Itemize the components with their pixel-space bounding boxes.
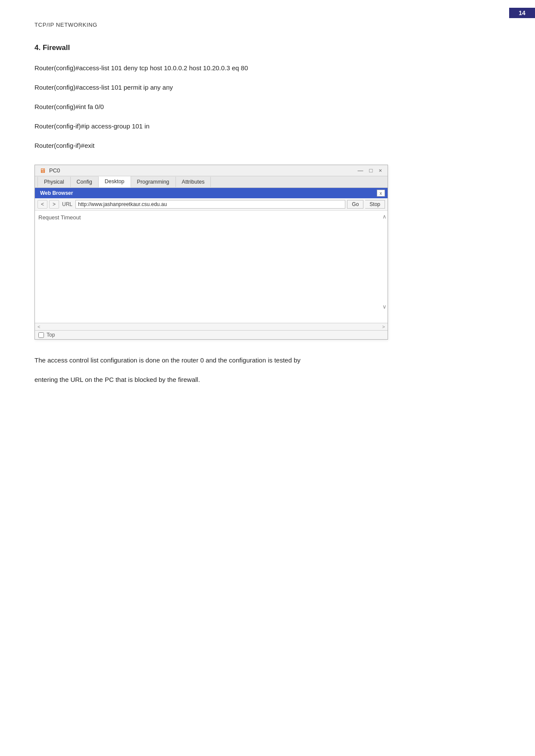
code-line-3: Router(config)#int fa 0/0 — [34, 103, 501, 110]
top-label: Top — [47, 332, 55, 338]
pc-icon: 🖥 — [39, 167, 46, 174]
forward-button[interactable]: > — [49, 200, 59, 209]
conclusion-paragraph-2: entering the URL on the PC that is block… — [34, 375, 501, 385]
close-button[interactable]: × — [376, 167, 384, 174]
browser-window: 🖥 PC0 — □ × Physical Config Desktop Prog… — [34, 165, 388, 340]
tab-attributes[interactable]: Attributes — [176, 177, 211, 187]
browser-titlebar: 🖥 PC0 — □ × — [35, 165, 388, 176]
scroll-right-icon[interactable]: > — [382, 324, 385, 329]
web-browser-toolbar: Web Browser x — [35, 188, 388, 198]
tab-config[interactable]: Config — [71, 177, 99, 187]
browser-tabs: Physical Config Desktop Programming Attr… — [35, 176, 388, 188]
title-left: 🖥 PC0 — [39, 167, 60, 174]
page-number: 14 — [519, 9, 526, 16]
browser-content-area: Request Timeout ∧ ∨ — [35, 211, 388, 323]
browser-nav-row: < > URL Go Stop — [35, 198, 388, 211]
window-title: PC0 — [49, 167, 60, 174]
doc-header: TCP/IP NETWORKING — [34, 22, 501, 28]
stop-button[interactable]: Stop — [365, 200, 385, 209]
code-line-4: Router(config-if)#ip access-group 101 in — [34, 122, 501, 130]
toolbar-close-button[interactable]: x — [377, 190, 385, 197]
url-input[interactable] — [75, 200, 345, 209]
url-label: URL — [62, 201, 72, 207]
section-title: 4. Firewall — [34, 44, 501, 52]
window-controls: — □ × — [356, 167, 384, 174]
go-button[interactable]: Go — [347, 200, 363, 209]
minimize-button[interactable]: — — [356, 167, 366, 174]
code-line-5: Router(config-if)#exit — [34, 142, 501, 149]
code-line-1: Router(config)#access-list 101 deny tcp … — [34, 64, 501, 72]
tab-programming[interactable]: Programming — [131, 177, 176, 187]
tab-desktop[interactable]: Desktop — [99, 176, 131, 187]
scroll-left-icon[interactable]: < — [38, 324, 40, 329]
scroll-down-icon[interactable]: ∨ — [382, 303, 387, 310]
top-checkbox[interactable] — [38, 332, 44, 338]
code-line-2: Router(config)#access-list 101 permit ip… — [34, 84, 501, 91]
scroll-up-icon[interactable]: ∧ — [382, 213, 387, 220]
browser-footer: Top — [35, 330, 388, 339]
tab-physical[interactable]: Physical — [38, 177, 71, 187]
toolbar-label: Web Browser — [38, 189, 75, 197]
conclusion-paragraph-1: The access control list configuration is… — [34, 355, 501, 366]
back-button[interactable]: < — [38, 200, 47, 209]
horizontal-scrollbar: < > — [35, 323, 388, 330]
request-timeout-message: Request Timeout — [38, 214, 81, 221]
maximize-button[interactable]: □ — [367, 167, 375, 174]
